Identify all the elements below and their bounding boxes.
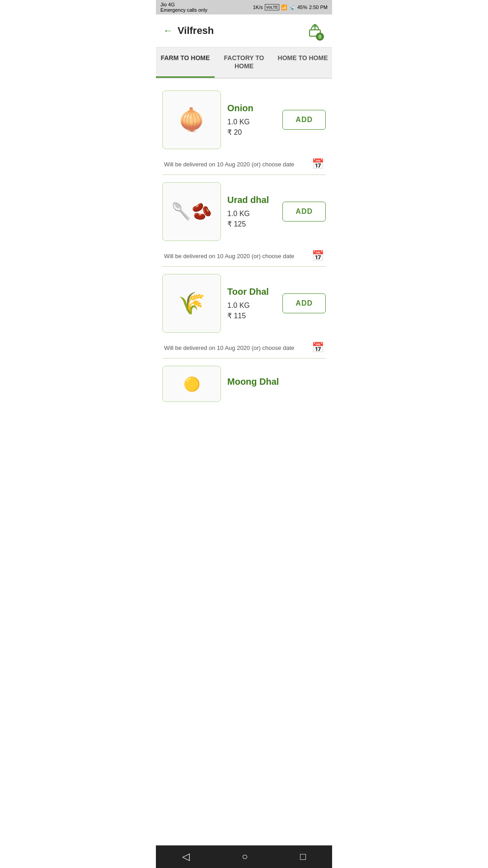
delivery-text-urad-dhal: Will be delivered on 10 Aug 2020 (or) ch… <box>164 253 294 259</box>
product-card-urad-dhal: 🥄🫘 Urad dhal 1.0 KG ₹ 125 ADD Will be de… <box>156 175 332 267</box>
add-button-toor-dhal[interactable]: ADD <box>282 293 326 313</box>
product-info-onion: Onion 1.0 KG ₹ 20 <box>227 103 276 137</box>
add-button-onion[interactable]: ADD <box>282 110 326 130</box>
header-left: ← Vilfresh <box>163 25 214 37</box>
time-display: 2:50 PM <box>309 5 328 10</box>
product-name-toor-dhal: Toor Dhal <box>227 287 276 297</box>
app-title: Vilfresh <box>178 25 214 37</box>
carrier-info: Jio 4G Emergency calls only <box>160 2 207 13</box>
delivery-text-toor-dhal: Will be delivered on 10 Aug 2020 (or) ch… <box>164 344 294 351</box>
toor-dhal-emoji: 🌾 <box>163 274 221 332</box>
product-card-toor-dhal: 🌾 Toor Dhal 1.0 KG ₹ 115 ADD Will be del… <box>156 267 332 359</box>
product-card-moong-dhal: 🟡 Moong Dhal <box>156 359 332 402</box>
urad-dhal-emoji: 🥄🫘 <box>163 183 221 241</box>
calendar-icon-toor-dhal[interactable]: 📅 <box>312 342 324 354</box>
bottom-nav: ◁ ○ □ <box>156 845 332 868</box>
status-right: 1K/s VoLTE 📶 📡 45% 2:50 PM <box>253 4 328 10</box>
header: ← Vilfresh 0 <box>156 14 332 47</box>
recent-nav-button[interactable]: □ <box>300 851 306 863</box>
delivery-row-toor-dhal: Will be delivered on 10 Aug 2020 (or) ch… <box>162 337 326 354</box>
product-name-onion: Onion <box>227 103 276 113</box>
calendar-icon-onion[interactable]: 📅 <box>312 158 324 170</box>
back-button[interactable]: ← <box>163 25 173 37</box>
product-image-toor-dhal: 🌾 <box>162 274 221 333</box>
product-row: 🌾 Toor Dhal 1.0 KG ₹ 115 ADD <box>162 274 326 333</box>
product-row: 🧅 Onion 1.0 KG ₹ 20 ADD <box>162 90 326 149</box>
add-button-urad-dhal[interactable]: ADD <box>282 202 326 222</box>
calendar-icon-urad-dhal[interactable]: 📅 <box>312 250 324 262</box>
wifi-icon: 📶 <box>281 5 287 10</box>
status-bar: Jio 4G Emergency calls only 1K/s VoLTE 📶… <box>156 0 332 14</box>
product-card-onion: 🧅 Onion 1.0 KG ₹ 20 ADD Will be delivere… <box>156 83 332 175</box>
home-nav-button[interactable]: ○ <box>242 851 248 863</box>
product-weight-onion: 1.0 KG <box>227 118 276 126</box>
signal-icon: 📡 <box>289 5 296 10</box>
product-price-onion: ₹ 20 <box>227 128 276 137</box>
battery-level: 45% <box>297 5 307 10</box>
product-info-urad-dhal: Urad dhal 1.0 KG ₹ 125 <box>227 195 276 228</box>
product-row: 🥄🫘 Urad dhal 1.0 KG ₹ 125 ADD <box>162 182 326 241</box>
tab-farm-to-home[interactable]: FARM TO HOME <box>156 47 215 78</box>
product-weight-urad-dhal: 1.0 KG <box>227 210 276 218</box>
product-price-toor-dhal: ₹ 115 <box>227 311 276 320</box>
moong-dhal-emoji: 🟡 <box>163 366 221 401</box>
product-weight-toor-dhal: 1.0 KG <box>227 302 276 310</box>
product-price-urad-dhal: ₹ 125 <box>227 220 276 228</box>
product-info-toor-dhal: Toor Dhal 1.0 KG ₹ 115 <box>227 287 276 320</box>
product-image-moong-dhal: 🟡 <box>162 366 221 402</box>
products-list: 🧅 Onion 1.0 KG ₹ 20 ADD Will be delivere… <box>156 79 332 406</box>
cart-count-badge: 0 <box>316 33 324 41</box>
product-image-onion: 🧅 <box>162 90 221 149</box>
back-nav-button[interactable]: ◁ <box>182 851 190 863</box>
carrier-name: Jio 4G <box>160 2 207 7</box>
delivery-text-onion: Will be delivered on 10 Aug 2020 (or) ch… <box>164 161 294 168</box>
delivery-row-urad-dhal: Will be delivered on 10 Aug 2020 (or) ch… <box>162 245 326 262</box>
product-image-urad-dhal: 🥄🫘 <box>162 182 221 241</box>
tab-factory-to-home[interactable]: FACTORY TO HOME <box>215 47 273 78</box>
volte-badge: VoLTE <box>265 4 279 10</box>
emergency-text: Emergency calls only <box>160 7 207 13</box>
cart-button[interactable]: 0 <box>305 20 325 42</box>
speed-indicator: 1K/s <box>253 5 263 10</box>
tab-home-to-home[interactable]: HOME TO HOME <box>273 47 332 78</box>
category-tabs: FARM TO HOME FACTORY TO HOME HOME TO HOM… <box>156 47 332 79</box>
delivery-row-onion: Will be delivered on 10 Aug 2020 (or) ch… <box>162 154 326 170</box>
onion-emoji: 🧅 <box>163 91 221 149</box>
product-name-urad-dhal: Urad dhal <box>227 195 276 205</box>
product-name-moong-dhal: Moong Dhal <box>227 377 279 387</box>
